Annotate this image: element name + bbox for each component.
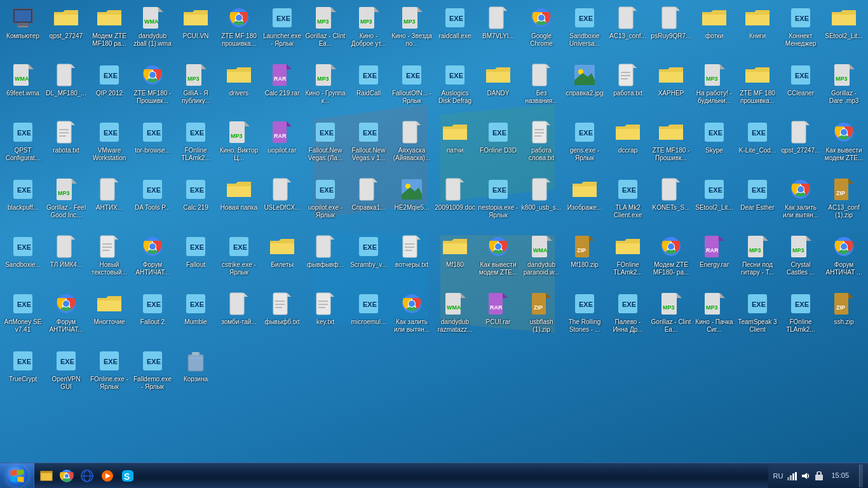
systray-lang[interactable]: RU <box>773 472 783 480</box>
desktop-icon-rabota_slova[interactable]: работа слова.txt <box>520 117 563 174</box>
desktop-icon-vmware[interactable]: EXEVMware Workstation <box>88 117 131 174</box>
desktop-icon-dccrap[interactable]: dccrap <box>606 117 649 174</box>
desktop-icon-bez_nazv[interactable]: Без названия... <box>520 60 563 117</box>
desktop-icon-konets_s[interactable]: KONETs_S... <box>649 174 693 231</box>
desktop-icon-fallout2[interactable]: EXEFallout 2 <box>131 288 174 346</box>
desktop-icon-uslefdc[interactable]: USLeDfCX... <box>261 174 304 231</box>
desktop-icon-mumble[interactable]: EXEMumble <box>174 288 217 346</box>
desktop-icon-uopilot_exe[interactable]: EXEuopilot.exe - Ярлык <box>304 174 347 231</box>
desktop-icon-zte_mf180_pr2[interactable]: ZTE MF180 - Прошивк... <box>649 117 693 174</box>
desktop-icon-da_tools[interactable]: EXEDA Tools P... <box>131 174 174 231</box>
desktop-icon-knigi[interactable]: Книги <box>736 3 779 60</box>
desktop-icon-ac13_conf[interactable]: AC13_conf... <box>606 3 649 60</box>
desktop-icon-kino_viktor[interactable]: MP3Кино. Виктор Ц... <box>217 117 261 174</box>
desktop-icon-ccleaner[interactable]: EXECCleaner <box>779 60 822 117</box>
desktop-icon-falldemo[interactable]: EXEFalldemo.exe - Ярлык <box>131 346 174 403</box>
desktop-icon-ac13_zip[interactable]: ZIPAC13_conf (1).zip <box>822 174 865 231</box>
desktop-icon-mf180[interactable]: Mf180 <box>433 231 477 288</box>
taskbar-skype[interactable]: S <box>118 466 137 485</box>
desktop-icon-rabota_txt[interactable]: работа.txt <box>606 60 649 117</box>
desktop-icon-3gmodem[interactable]: EXEКоннект Менеджер <box>779 3 822 60</box>
desktop-icon-psruy9qr7[interactable]: psRuy9QR7... <box>649 3 693 60</box>
desktop-icon-20091009_doc[interactable]: 20091009.doc <box>433 174 477 231</box>
desktop-icon-energy_rar[interactable]: RAREnergy.rar <box>693 231 736 288</box>
desktop-icon-dandydub_zball[interactable]: WMAdandydub zball (1).wma <box>131 3 174 60</box>
desktop-icon-modem_zte[interactable]: Модем ZTE MF180 ра... <box>88 3 131 60</box>
desktop-icon-fyvfyvb[interactable]: фывыфб.txt <box>261 288 304 346</box>
desktop-icon-patchi[interactable]: патчи <box>433 117 477 174</box>
desktop-icon-palevo[interactable]: EXEПалево - Инна Др... <box>606 288 649 346</box>
desktop-icon-modem_zte_mf180[interactable]: Модем ZTE MF180- ра... <box>649 231 693 288</box>
desktop-icon-gorillaz_clint2[interactable]: MP3Gorillaz - Clint Ea... <box>649 288 693 346</box>
desktop-icon-korzina[interactable]: Корзина <box>174 346 217 403</box>
desktop-icon-gens_exe[interactable]: EXEgens.exe - Ярлык <box>563 117 606 174</box>
desktop-icon-raidcall[interactable]: EXEraidcall.exe <box>433 3 477 60</box>
desktop-icon-fyvfyvf[interactable]: фывфывф... <box>304 231 347 288</box>
systray-security[interactable] <box>815 471 824 480</box>
systray-network[interactable] <box>787 471 797 480</box>
start-button[interactable] <box>0 463 34 489</box>
desktop-icon-fonline_tlamk2[interactable]: FOnline TLAmk2... <box>606 231 649 288</box>
desktop-icon-kino_dobroe[interactable]: MP3Кино - Доброе ут... <box>347 3 390 60</box>
desktop-icon-kino_gruppa[interactable]: MP3Кино - Группа к... <box>304 60 347 117</box>
desktop-icon-bm7vlyi[interactable]: BM7VLYI... <box>477 3 520 60</box>
desktop-icon-google_chrome[interactable]: Google Chrome <box>520 3 563 60</box>
desktop-icon-fallout_new_vegas_1[interactable]: EXEFallout.New Vegas.v 1... <box>347 117 390 174</box>
desktop-icon-kak_zalit2[interactable]: Как залить или вытян... <box>390 288 433 346</box>
desktop-icon-noviy_txt[interactable]: Новый текстовый... <box>88 231 131 288</box>
desktop-icon-mf180_zip[interactable]: ZIPMf180.zip <box>563 231 606 288</box>
desktop-icon-microemul[interactable]: EXEmicroemul... <box>347 288 390 346</box>
desktop-icon-qpst_27247_2[interactable]: qpst_27247... <box>779 117 822 174</box>
desktop-icon-rolling_stones[interactable]: EXEThe Rolling Stones - ... <box>563 288 606 346</box>
desktop-icon-qip2012[interactable]: EXEQIP 2012 <box>88 60 131 117</box>
desktop-icon-cstrike[interactable]: EXEcstrike.exe - Ярлык <box>217 231 261 288</box>
desktop-icon-tla_mk2[interactable]: EXETLA Mk2 Client.exe <box>606 174 649 231</box>
systray-volume[interactable] <box>801 471 811 480</box>
desktop-icon-antih[interactable]: АНТИХ... <box>88 174 131 231</box>
desktop-icon-drivers[interactable]: drivers <box>217 60 261 117</box>
desktop-icon-foto[interactable]: фотки <box>693 3 736 60</box>
desktop-icon-kak_vyvesti[interactable]: Как вывести модем ZTE... <box>822 117 865 174</box>
desktop-icon-gorillaz_clint[interactable]: MP3Gorillaz - Clint Ea... <box>304 3 347 60</box>
desktop-icon-dear_esther[interactable]: EXEDear Esther <box>736 174 779 231</box>
taskbar-ie[interactable] <box>78 466 97 485</box>
desktop-icon-he2mqie5[interactable]: HE2Mqie5... <box>390 174 433 231</box>
desktop-icon-fonline_d3d[interactable]: EXEFOnline D3D <box>477 117 520 174</box>
desktop-icon-sandboxie[interactable]: EXESandboxie Universa... <box>563 3 606 60</box>
desktop-icon-na_rabotu[interactable]: MP3На работу! - будильни... <box>693 60 736 117</box>
desktop-icon-zte_mf180_pr[interactable]: ZTE MF 180 прошивка... <box>736 60 779 117</box>
desktop-icon-pcui_rar[interactable]: RARPCUI.rar <box>477 288 520 346</box>
desktop-icon-dandydub_par[interactable]: WMAdandydub paranoid.w... <box>520 231 563 288</box>
desktop-icon-izobrazh[interactable]: Изображе... <box>563 174 606 231</box>
desktop-icon-blackpuff[interactable]: EXEblackpuff... <box>1 174 44 231</box>
desktop-icon-pesni_pod[interactable]: MP3Песни под гитару - Т... <box>736 231 779 288</box>
taskbar-media[interactable] <box>98 466 117 485</box>
desktop-icon-dl_mf180[interactable]: DL_MF180_... <box>44 60 88 117</box>
desktop-icon-launcher_exe[interactable]: EXELauncher.exe - Ярлык <box>261 3 304 60</box>
desktop-icon-69feet_wma[interactable]: WMA69feet.wma <box>1 60 44 117</box>
desktop-icon-fonline_tlamk3[interactable]: EXEFOnline TLAmk2... <box>779 288 822 346</box>
desktop-icon-zombi_tai[interactable]: зомби-тай... <box>217 288 261 346</box>
desktop-icon-setool2_lit2[interactable]: EXESEtool2_Lit... <box>693 174 736 231</box>
desktop-icon-falloutofn[interactable]: EXEFalloutOfN... - Ярлык <box>390 60 433 117</box>
desktop-icon-qpst_27247[interactable]: qpst_27247 <box>44 3 88 60</box>
desktop-icon-klite[interactable]: EXEK-Lite_Cod... <box>736 117 779 174</box>
desktop-icon-dandydub_raz[interactable]: WMAdandydub razmatazz... <box>433 288 477 346</box>
desktop-icon-gorillaz_dare[interactable]: MP3Gorillaz - Dare .mp3 <box>822 60 865 117</box>
desktop-icon-qpst_conf[interactable]: EXEQPST Configurat... <box>1 117 44 174</box>
desktop-icon-crystal_castles[interactable]: MP3Crystal Castles ... <box>779 231 822 288</box>
desktop-icon-key_txt[interactable]: key.txt <box>304 288 347 346</box>
desktop-icon-novaya_papka[interactable]: Новая папка <box>217 174 261 231</box>
desktop-icon-uopilot_rar[interactable]: RARuopilot.rar <box>261 117 304 174</box>
desktop-icon-scramby_v[interactable]: EXEScramby_v... <box>347 231 390 288</box>
desktop-icon-tl_ymk4[interactable]: ТЛ ЙМК4... <box>44 231 88 288</box>
desktop-icon-zte_mf180_1[interactable]: ZTE MF 180 прошивка... <box>217 3 261 60</box>
desktop-icon-k800_usb[interactable]: k800_usb_s... <box>520 174 563 231</box>
desktop-icon-forum_antichat2[interactable]: Форум АНТИЧАТ ... <box>822 231 865 288</box>
desktop-icon-rabota_txt2[interactable]: rabota.txt <box>44 117 88 174</box>
desktop-icon-kino_zvezda[interactable]: MP3Кино - Звезда по... <box>390 3 433 60</box>
taskbar-chrome[interactable] <box>57 466 76 485</box>
desktop-icon-setool2_lit[interactable]: SEtool2_Lit... <box>822 3 865 60</box>
desktop-icon-xarner[interactable]: ХАРНЕР <box>649 60 693 117</box>
desktop-icon-forum_antichat3[interactable]: Форум АНТИЧАТ... <box>44 288 88 346</box>
